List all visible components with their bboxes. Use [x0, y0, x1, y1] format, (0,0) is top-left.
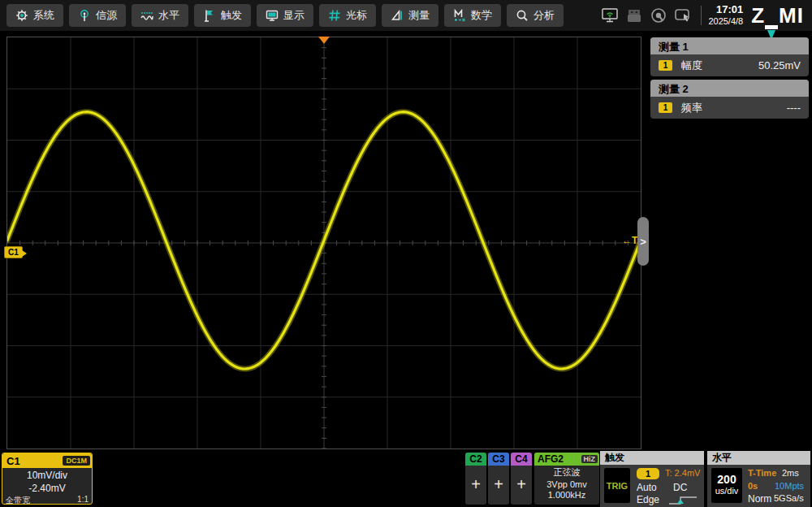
horizontal-scale-box: 200 us/div	[711, 468, 742, 503]
channel1-level-marker[interactable]: C1	[4, 246, 23, 258]
measurement-2-label: 频率	[681, 101, 702, 115]
channel4-name: C4	[511, 453, 532, 466]
trigger-status: TRIG	[604, 468, 630, 503]
menu-button-source[interactable]: 信源	[69, 4, 126, 27]
math-icon	[453, 9, 466, 22]
channel2-add-button[interactable]: C2 +	[465, 453, 486, 505]
usb-icon[interactable]	[624, 6, 644, 24]
horizontal-position: 0s	[748, 481, 758, 491]
menu-button-math[interactable]: 数学	[444, 4, 501, 27]
t-time-label: T-Time	[748, 468, 776, 478]
horizontal-info-panel[interactable]: 水平 200 us/div T-Time 2ms 0s 10Mpts Norm …	[707, 451, 810, 507]
menu-label-measure: 测量	[408, 8, 430, 23]
channel2-name: C2	[465, 453, 486, 466]
logo-z: Z	[751, 3, 765, 28]
trigger-flag-icon	[203, 9, 216, 22]
afg-header: AFG2 HiZ	[534, 453, 599, 466]
menu-label-analyze: 分析	[533, 8, 555, 23]
screen-share-icon[interactable]	[600, 6, 620, 24]
trigger-source-badge: 1	[637, 468, 659, 479]
afg-generator-box[interactable]: AFG2 HiZ 正弦波 3Vpp 0mv 1.000kHz	[534, 453, 599, 505]
gear-icon	[15, 9, 28, 22]
measurement-2-row: 1 频率 ----	[650, 97, 809, 119]
clock: 17:01 2025/4/8	[708, 4, 743, 27]
trigger-level-value: T: 2.4mV	[665, 468, 700, 478]
channel1-offset: -2.40mV	[2, 483, 92, 494]
side-panel-handle[interactable]: >	[637, 217, 649, 266]
clock-time: 17:01	[708, 4, 743, 16]
horizontal-scale-unit: us/div	[711, 486, 742, 496]
channel2-plus-icon: +	[465, 475, 486, 494]
menu-label-system: 系统	[33, 8, 54, 23]
logo-mi: MI	[779, 3, 804, 28]
afg-waveform-type: 正弦波	[534, 466, 599, 479]
trigger-info-panel[interactable]: 触发 TRIG 1 T: 2.4mV Auto DC Edge	[600, 451, 704, 507]
trigger-coupling: DC	[673, 482, 687, 493]
trigger-mode: Auto	[637, 482, 657, 493]
channel1-scale: 10mV/div	[2, 470, 92, 481]
cursor-grid-icon	[328, 9, 341, 22]
trigger-panel-title: 触发	[600, 451, 704, 465]
clock-date: 2025/4/8	[708, 16, 743, 27]
channel3-name: C3	[488, 453, 509, 466]
channel1-probe-ratio: 1:1	[77, 495, 89, 505]
channel1-coupling-badge: DC1M	[63, 456, 90, 466]
top-menu-bar: 系统 信源 水平 触发 显示	[0, 0, 812, 31]
channel3-plus-icon: +	[488, 475, 509, 494]
measurement-1-value: 50.25mV	[758, 59, 801, 72]
rising-edge-icon	[668, 496, 698, 505]
channel4-add-button[interactable]: C4 +	[511, 453, 532, 505]
gesture-icon[interactable]	[673, 6, 693, 24]
channel1-info-box[interactable]: C1 DC1M 10mV/div -2.40mV 全带宽 1:1	[2, 453, 93, 505]
channel1-bandwidth: 全带宽	[6, 495, 30, 505]
channel1-name: C1	[6, 455, 20, 467]
acquisition-mode: Norm	[748, 493, 771, 505]
afg-frequency: 1.000kHz	[534, 490, 599, 500]
measurement-card-2[interactable]: 测量 2 1 频率 ----	[650, 80, 809, 119]
menu-button-display[interactable]: 显示	[257, 4, 313, 27]
afg-amplitude: 3Vpp 0mv	[534, 479, 599, 489]
measurement-2-channel-badge: 1	[659, 102, 672, 113]
measurement-1-row: 1 幅度 50.25mV	[650, 54, 809, 76]
sine-waveform	[7, 37, 641, 448]
menu-label-horizontal: 水平	[158, 8, 179, 23]
touch-assist-icon[interactable]	[649, 6, 668, 24]
measurement-2-value: ----	[787, 102, 801, 114]
status-separator	[701, 6, 702, 25]
menu-label-source: 信源	[96, 8, 117, 23]
menu-label-cursor: 光标	[346, 8, 367, 23]
t-time-value: 2ms	[782, 468, 799, 478]
trigger-type: Edge	[637, 494, 659, 505]
menu-button-cursor[interactable]: 光标	[319, 4, 376, 27]
measurement-1-title: 测量 1	[650, 37, 809, 54]
measurement-card-1[interactable]: 测量 1 1 幅度 50.25mV	[650, 37, 809, 76]
channel4-plus-icon: +	[511, 475, 532, 494]
menu-button-horizontal[interactable]: 水平	[132, 4, 188, 27]
channel3-add-button[interactable]: C3 +	[488, 453, 509, 505]
trigger-level-marker[interactable]: ←T	[622, 235, 637, 246]
menu-button-analyze[interactable]: 分析	[507, 4, 564, 27]
horizontal-scale-value: 200	[711, 473, 742, 486]
waveform-graticule[interactable]	[6, 37, 641, 449]
afg-impedance-badge: HiZ	[581, 455, 598, 463]
menu-button-trigger[interactable]: 触发	[194, 4, 251, 27]
display-monitor-icon	[266, 9, 279, 22]
brand-logo: ZMI	[751, 3, 804, 28]
measurement-2-title: 测量 2	[650, 80, 809, 97]
sample-rate: 5GSa/s	[774, 493, 804, 503]
horizontal-wave-icon	[140, 9, 153, 22]
signal-source-icon	[78, 9, 91, 22]
menu-label-trigger: 触发	[221, 8, 242, 23]
horizontal-panel-title: 水平	[707, 451, 810, 465]
measurement-1-channel-badge: 1	[659, 60, 672, 71]
menu-label-math: 数学	[471, 8, 492, 23]
measure-triangle-icon	[391, 9, 404, 22]
trigger-position-marker[interactable]	[318, 37, 330, 44]
menu-button-measure[interactable]: 测量	[382, 4, 438, 27]
menu-button-system[interactable]: 系统	[6, 4, 63, 27]
status-cluster: 17:01 2025/4/8 ZMI	[600, 0, 812, 31]
channel1-header: C1 DC1M	[2, 453, 92, 468]
menu-label-display: 显示	[283, 8, 304, 23]
channel1-footer: 全带宽 1:1	[2, 494, 92, 505]
bottom-status-bar: C1 DC1M 10mV/div -2.40mV 全带宽 1:1 C2 + C3…	[0, 451, 812, 507]
